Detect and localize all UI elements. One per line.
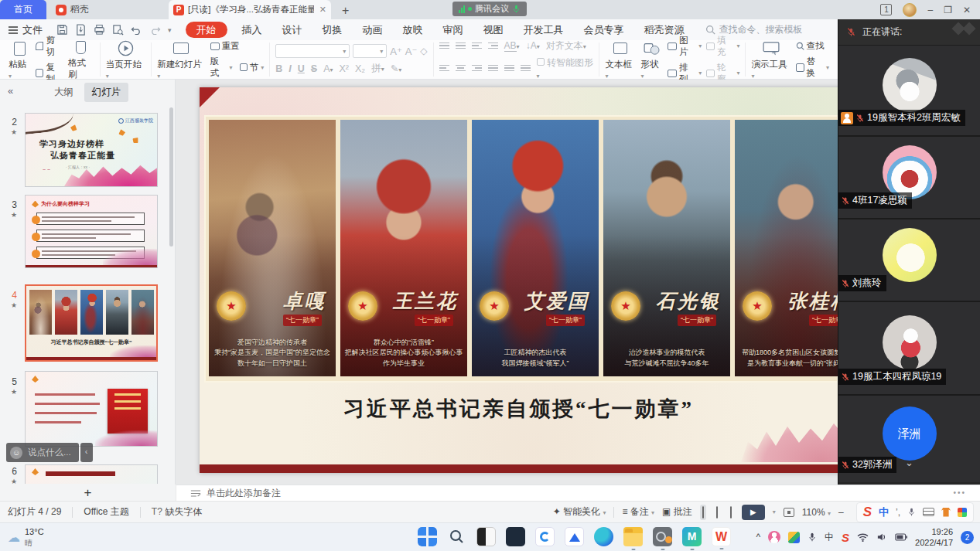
tencent-meeting-app-icon[interactable]: M [682,527,702,546]
line-spacing-button[interactable] [521,65,531,71]
ime-toolbox-icon[interactable] [958,508,967,517]
decrease-font-button[interactable]: A⁻ [405,46,418,57]
new-tab-button[interactable]: + [342,4,349,19]
tray-mic-icon[interactable] [808,532,817,542]
comments-button[interactable]: ▣ 批注 [662,505,692,519]
increase-indent-button[interactable] [488,43,498,49]
split-window-icon[interactable]: 1 [880,4,892,15]
app-icon-blue-ring[interactable] [535,527,555,546]
align-right-button[interactable] [472,65,482,71]
app-icon-settings[interactable] [653,527,672,546]
font-color-button[interactable]: A▾ [323,63,333,74]
fit-slide-icon[interactable] [784,508,794,517]
fill-button[interactable]: 填充▾ [706,35,739,58]
ribbon-tab-transition[interactable]: 切换 [312,23,353,37]
file-explorer-icon[interactable] [623,527,643,546]
portrait-wanglanhua[interactable]: 王兰花 “七一勋章” 群众心中的“活雷锋”把解决社区居民的操心事烦心事揪心事作为… [340,120,467,376]
portrait-zhuoga[interactable]: 卓嘎 “七一勋章” 爱国守边精神的传承者秉持“家是玉麦，国是中国”的坚定信念数十… [209,120,336,376]
play-options-caret-icon[interactable]: ▾ [773,508,776,515]
numbering-button[interactable] [456,43,466,49]
maximize-button[interactable]: ❐ [944,5,952,15]
ribbon-tab-devtools[interactable]: 开发工具 [514,23,574,37]
slide-thumbnail-3[interactable]: 为什么要向榜样学习 [25,195,158,268]
chat-collapse-icon[interactable]: ‹ [80,443,93,462]
participant-tile[interactable]: 刘燕玲 [838,219,980,302]
bullets-button[interactable] [439,43,449,49]
sogou-icon[interactable]: S [863,505,872,520]
bold-button[interactable]: B [275,63,282,74]
textbox-button[interactable]: 文本框 ▾ [605,40,636,80]
font-name-select[interactable]: ▾ [275,44,350,58]
tencent-meeting-pill[interactable]: 腾讯会议 [452,2,527,16]
start-button[interactable] [418,527,437,546]
ribbon-tab-slideshow[interactable]: 放映 [393,23,433,37]
taskbar-weather-widget[interactable]: ☁ 13°C晴 [8,527,44,549]
shapes-button[interactable]: 形状 ▾ [640,40,663,80]
participant-tile[interactable]: 泽洲 ⌄ 32郭泽洲 [838,396,980,482]
ribbon-tab-member[interactable]: 会员专享 [574,23,634,37]
taskbar-clock[interactable]: 19:262022/4/17 [915,526,953,549]
align-center-button[interactable] [456,65,466,71]
portrait-shiguangyin[interactable]: 石光银 “七一勋章” 治沙造林事业的模范代表与荒沙碱滩不屈抗争40多年 [603,120,730,376]
layout-button[interactable]: 版式▾ [210,56,233,79]
tab-document[interactable]: P [只读]《学习身...弘扬青春正能量》 ✕ [169,0,331,19]
portrait-aiaiguo[interactable]: 艾爱国 “七一勋章” 工匠精神的杰出代表我国焊接领域“领军人” [472,120,599,376]
print-icon[interactable] [94,24,105,36]
participant-tile[interactable]: 4班17凌思颖 [838,137,980,219]
text-orientation-button[interactable]: ↓A▾ [526,40,540,51]
picture-button[interactable]: 图片▾ [668,35,702,58]
app-icon-mail[interactable] [565,527,584,546]
strikethrough-button[interactable]: S [311,63,317,74]
print-preview-icon[interactable] [112,24,124,36]
underline-button[interactable]: U [298,63,305,74]
tab-slides[interactable]: 幻灯片 [84,83,129,102]
reading-view-button[interactable] [728,505,734,520]
wps-app-icon[interactable]: W [712,527,731,546]
collapse-panel-icon[interactable]: « [8,85,13,97]
tray-contact-icon[interactable] [768,531,780,543]
participant-tile[interactable]: 19服智本科2班周宏敏 [838,46,980,137]
portrait-zhangguimei[interactable]: 张桂梅 “七一勋章” 帮助1800多名贫困山区女孩圆梦大学是为教育事业奉献一切的… [735,120,838,376]
meeting-more-dots[interactable]: ••• [953,488,966,497]
slide-title-text[interactable]: 习近平总书记亲自颁授“七一勋章” [200,395,838,423]
redo-icon[interactable] [149,25,161,35]
section-button[interactable]: 节▾ [240,62,265,73]
account-avatar[interactable] [903,3,917,17]
format-painter-button[interactable]: 格式刷 [68,39,94,80]
paste-button[interactable]: 粘贴 ▾ [9,40,31,80]
tab-docer[interactable]: 稻壳 [46,0,118,19]
edge-browser-icon[interactable] [594,527,613,546]
tray-expand-chevron[interactable]: ^ [756,532,760,542]
quick-access-caret-icon[interactable]: ▾ [168,26,172,34]
minimize-button[interactable]: – [927,5,933,15]
slide-4-editing-area[interactable]: 卓嘎 “七一勋章” 爱国守边精神的传承者秉持“家是玉麦，国是中国”的坚定信念数十… [200,87,838,473]
play-from-current-button[interactable]: 当页开始 ▾ [106,40,145,80]
italic-button[interactable]: I [289,63,291,74]
subscript-button[interactable]: X₂ [355,63,365,74]
add-slide-button[interactable]: + [0,485,176,501]
ribbon-tab-view[interactable]: 视图 [473,23,514,37]
slide-canvas[interactable]: 卓嘎 “七一勋章” 爱国守边精神的传承者秉持“家是玉麦，国是中国”的坚定信念数十… [176,80,838,485]
app-icon-dark[interactable] [506,527,525,546]
sidebar-scrollbar[interactable] [169,107,173,247]
align-left-button[interactable] [439,65,449,71]
app-icon-notes[interactable] [476,527,496,546]
emoji-icon[interactable]: ☺ [10,447,22,459]
notes-bar[interactable]: 单击此处添加备注 ••• [176,485,980,501]
smart-beautify-button[interactable]: ✦ 智能美化 ▾ [553,505,606,519]
notes-toggle-button[interactable]: ≡ 备注 ▾ [622,505,654,519]
missing-font-warning[interactable]: T? 缺失字体 [152,505,202,519]
ime-keyboard-icon[interactable] [923,508,934,516]
to-smartart-button[interactable]: 转智能图形▾ [537,56,594,80]
slide-thumbnail-2[interactable]: 江西服装学院 学习身边好榜样弘扬青春正能量 · 汇报人：xx · ~ ~ [25,113,158,187]
tab-home[interactable]: 首页 [0,0,46,19]
chat-input[interactable]: ☺ 说点什么... [6,443,79,462]
zoom-out-button[interactable]: – [838,507,844,518]
ime-skin-icon[interactable] [941,508,951,517]
superscript-button[interactable]: X² [340,63,350,74]
undo-icon[interactable] [131,25,142,35]
speaker-icon[interactable] [876,532,887,542]
normal-view-button[interactable] [700,505,706,520]
font-size-select[interactable]: ▾ [353,44,387,58]
ribbon-tab-start-active[interactable]: 开始 [186,22,227,38]
